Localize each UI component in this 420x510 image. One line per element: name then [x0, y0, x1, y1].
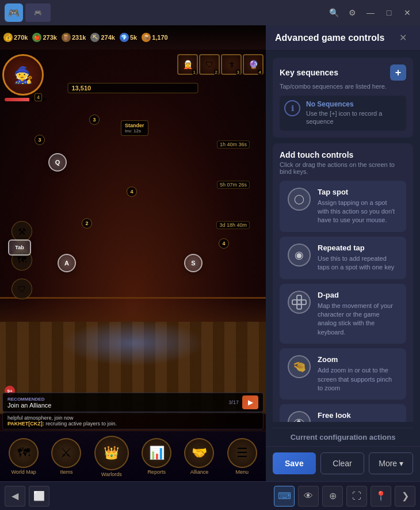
zoom-card[interactable]: 🤏 Zoom Add zoom in or out to the screen … — [280, 348, 406, 399]
search-icon-btn[interactable]: 🔍 — [326, 5, 342, 21]
dpad-info: D-pad Map the movement of your character… — [318, 291, 398, 337]
touch-controls-section: Add touch controls Click or drag the act… — [273, 143, 413, 422]
warlords-label: Warlords — [101, 471, 122, 477]
touch-controls-subtitle: Click or drag the actions on the screen … — [280, 161, 406, 175]
add-sequence-button[interactable]: + — [390, 64, 406, 81]
tap-spot-info: Tap spot Assign tapping on a spot with t… — [318, 188, 398, 225]
no-seq-text: No Sequences Use the [+] icon to record … — [306, 100, 402, 126]
hud-chest: 📦 1,170 — [142, 33, 168, 42]
free-look-name: Free look — [318, 411, 368, 420]
clear-button[interactable]: Clear — [320, 452, 365, 474]
key-tab[interactable]: Tab — [8, 239, 31, 256]
minimize-button[interactable]: — — [362, 5, 379, 21]
game-bottom-nav: 🗺 World Map ⚔ Items 👑 Warlords 📊 Reports… — [0, 431, 266, 481]
home-button[interactable]: ⬜ — [29, 486, 49, 507]
hud-gold: 💰 270k — [3, 33, 28, 42]
app-logo: 🎮 — [5, 3, 23, 22]
config-title: Current configuration actions — [273, 428, 413, 446]
right-panel: Advanced game controls ✕ Key sequences +… — [266, 25, 420, 481]
hud-wood: 🪵 231k — [62, 33, 86, 42]
food-icon: 🍎 — [32, 33, 41, 42]
tap-spot-name: Tap spot — [318, 188, 398, 196]
maximize-button[interactable]: □ — [381, 5, 397, 21]
svg-rect-0 — [297, 295, 301, 300]
chat-line-2: PAKHET[CKZ]: recruiting active players t… — [7, 421, 258, 427]
svg-point-4 — [297, 300, 301, 304]
hud-stone: ⛏ 274k — [90, 33, 114, 42]
rec-pages: 3/17 — [228, 399, 239, 405]
unit-portrait-2: 🛡2 — [199, 54, 220, 75]
repeated-tap-name: Repeated tap — [318, 243, 398, 252]
location-button[interactable]: 📍 — [371, 486, 391, 507]
game-icon[interactable]: 🎮 — [25, 3, 51, 22]
free-look-card[interactable]: 👁 Free look Use this control to — [280, 404, 406, 422]
rec-arrow[interactable]: ▶ — [242, 395, 258, 409]
timer-1: 1h 40m 36s — [217, 140, 250, 149]
recommended-bar[interactable]: RECOMMENDED Join an Alliance 3/17 ▶ — [2, 393, 264, 412]
key-s[interactable]: S — [184, 254, 203, 272]
worldmap-label: World Map — [11, 469, 36, 475]
nav-worldmap[interactable]: 🗺 World Map — [9, 438, 39, 475]
rec-text: Join an Alliance — [7, 402, 51, 409]
unit-portraits-container: 🧝1 🛡2 🗡3 🔮4 — [177, 54, 264, 75]
reports-label: Reports — [147, 469, 166, 475]
tool-1[interactable]: ⚒ — [12, 221, 32, 242]
no-seq-name: No Sequences — [306, 100, 402, 108]
worldmap-icon: 🗺 — [9, 438, 39, 468]
key-q[interactable]: Q — [48, 153, 67, 172]
no-seq-icon: ℹ — [284, 100, 300, 116]
panel-close-button[interactable]: ✕ — [395, 30, 411, 46]
back-button[interactable]: ◀ — [5, 486, 25, 507]
num-badge-2: 3 — [35, 135, 45, 145]
panel-header: Advanced game controls ✕ — [266, 25, 420, 51]
tap-spot-card[interactable]: ◯ Tap spot Assign tapping on a spot with… — [280, 181, 406, 232]
zoom-info: Zoom Add zoom in or out to the screen th… — [318, 355, 398, 393]
game-hud-top: 💰 270k 🍎 273k 🪵 231k ⛏ 274k 💎 5k 📦 1, — [0, 25, 266, 50]
key-a[interactable]: A — [58, 254, 76, 272]
nav-alliance[interactable]: 🤝 Alliance — [184, 438, 214, 475]
repeated-tap-card[interactable]: ◉ Repeated tap Use this to add repeated … — [280, 237, 406, 279]
save-button[interactable]: Save — [273, 452, 316, 474]
map-badge-4: 4 — [219, 238, 229, 249]
tool-3[interactable]: 🛡 — [12, 279, 32, 299]
more-button[interactable]: More ▾ — [369, 452, 413, 474]
zoom-icon: 🤏 — [288, 355, 311, 378]
dpad-card[interactable]: D-pad Map the movement of your character… — [280, 284, 406, 344]
stone-icon: ⛏ — [90, 33, 100, 42]
overlay-toggle[interactable]: ⊕ — [322, 486, 343, 507]
unit-portrait-1: 🧝1 — [177, 54, 198, 75]
nav-warlords[interactable]: 👑 Warlords — [94, 436, 129, 477]
settings-icon-btn[interactable]: ⚙ — [344, 5, 360, 21]
gold-icon: 💰 — [3, 33, 13, 42]
main-area: 💰 270k 🍎 273k 🪵 231k ⛏ 274k 💎 5k 📦 1, — [0, 25, 420, 481]
reports-icon: 📊 — [142, 438, 171, 468]
chest-icon: 📦 — [142, 33, 151, 42]
menu-icon: ☰ — [227, 438, 257, 468]
wood-icon: 🪵 — [62, 33, 71, 42]
visibility-toggle[interactable]: 👁 — [298, 486, 319, 507]
rec-label: RECOMMENDED — [7, 397, 51, 402]
warlords-icon: 👑 — [94, 436, 129, 470]
nav-items[interactable]: ⚔ Items — [51, 438, 81, 475]
touch-controls-title: Add touch controls — [280, 150, 406, 159]
nav-menu[interactable]: ☰ Menu — [227, 438, 257, 475]
hud-mana: 💎 5k — [120, 33, 137, 42]
chat-bar: helpful atmosphere, join now PAKHET[CKZ]… — [2, 412, 264, 429]
game-area: 💰 270k 🍎 273k 🪵 231k ⛏ 274k 💎 5k 📦 1, — [0, 25, 266, 481]
menu-label: Menu — [236, 469, 249, 475]
level-badge-player: 4 — [35, 93, 42, 101]
fullscreen-toggle[interactable]: ⛶ — [346, 486, 367, 507]
player-popup: Stander Inv: 12s — [121, 120, 148, 136]
mana-icon: 💎 — [120, 33, 129, 42]
free-look-info: Free look Use this control to — [318, 411, 368, 422]
close-button[interactable]: ✕ — [399, 5, 415, 21]
no-seq-desc: Use the [+] icon to record a sequence — [306, 109, 402, 126]
svg-rect-3 — [301, 300, 306, 305]
nav-reports[interactable]: 📊 Reports — [142, 438, 171, 475]
alliance-label: Alliance — [190, 469, 209, 475]
next-button[interactable]: ❯ — [395, 486, 415, 507]
repeated-tap-info: Repeated tap Use this to add repeated ta… — [318, 243, 398, 272]
dpad-icon — [288, 291, 311, 314]
keyboard-toggle[interactable]: ⌨ — [274, 486, 295, 507]
no-sequences-item: ℹ No Sequences Use the [+] icon to recor… — [280, 96, 406, 131]
